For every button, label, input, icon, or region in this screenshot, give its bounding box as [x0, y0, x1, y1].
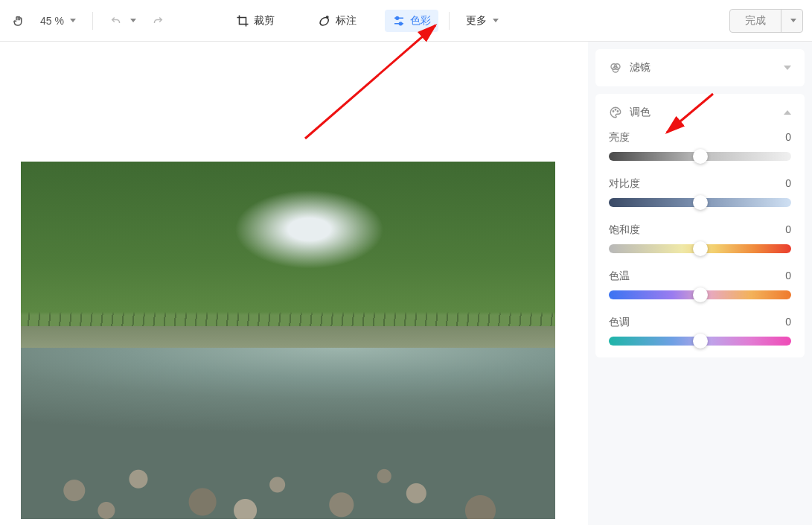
- svg-point-9: [617, 111, 618, 112]
- right-sidebar: 滤镜 调色 亮度0对比度0饱和度0色温0色调0: [588, 42, 812, 525]
- more-dropdown[interactable]: 更多: [460, 10, 505, 32]
- color-button[interactable]: 色彩: [385, 10, 438, 32]
- undo-icon: [109, 14, 123, 28]
- slider-label: 对比度: [609, 177, 640, 191]
- slider-row: 亮度0: [609, 131, 791, 161]
- done-button[interactable]: 完成: [730, 10, 781, 32]
- top-toolbar: 45 % 裁剪 标注 色彩 更多: [0, 0, 812, 42]
- slider-1[interactable]: [609, 198, 791, 207]
- image-preview[interactable]: [21, 162, 555, 519]
- chevron-down-icon: [784, 66, 791, 70]
- slider-2[interactable]: [609, 244, 791, 253]
- slider-row: 色调0: [609, 316, 791, 346]
- svg-point-0: [327, 16, 328, 17]
- filters-icon: [609, 61, 622, 74]
- main-area: 滤镜 调色 亮度0对比度0饱和度0色温0色调0: [0, 42, 812, 525]
- slider-value: 0: [785, 316, 791, 329]
- slider-value: 0: [785, 223, 791, 237]
- slider-label: 色调: [609, 316, 630, 329]
- adjust-panel-header[interactable]: 调色: [609, 106, 791, 119]
- slider-value: 0: [785, 177, 791, 191]
- filters-title: 滤镜: [630, 61, 776, 74]
- slider-thumb[interactable]: [693, 149, 708, 164]
- done-button-group: 完成: [729, 9, 803, 33]
- undo-button[interactable]: [103, 10, 142, 32]
- filters-panel-header[interactable]: 滤镜: [609, 61, 791, 74]
- adjust-panel: 调色 亮度0对比度0饱和度0色温0色调0: [595, 94, 805, 357]
- svg-point-1: [396, 16, 399, 19]
- slider-row: 色温0: [609, 270, 791, 299]
- chevron-down-icon: [790, 19, 796, 22]
- palette-icon: [609, 106, 622, 119]
- slider-row: 饱和度0: [609, 223, 791, 253]
- canvas-area: [0, 42, 588, 525]
- slider-thumb[interactable]: [693, 195, 708, 210]
- crop-icon: [236, 14, 249, 28]
- color-label: 色彩: [410, 14, 431, 28]
- chevron-up-icon: [784, 110, 791, 115]
- hand-icon: [12, 14, 25, 28]
- slider-thumb[interactable]: [693, 334, 708, 349]
- chevron-down-icon: [493, 19, 499, 22]
- chevron-down-icon: [130, 19, 136, 22]
- svg-point-8: [615, 109, 616, 111]
- slider-3[interactable]: [609, 290, 791, 299]
- adjust-title: 调色: [630, 106, 776, 119]
- slider-value: 0: [785, 270, 791, 283]
- redo-icon: [151, 14, 164, 28]
- more-label: 更多: [466, 14, 487, 28]
- crop-label: 裁剪: [254, 14, 275, 28]
- annotate-icon: [318, 14, 331, 28]
- adjust-sliders: 亮度0对比度0饱和度0色温0色调0: [609, 131, 791, 346]
- slider-label: 饱和度: [609, 223, 640, 237]
- slider-value: 0: [785, 131, 791, 144]
- color-sliders-icon: [392, 14, 406, 28]
- slider-0[interactable]: [609, 152, 791, 161]
- slider-4[interactable]: [609, 337, 791, 346]
- zoom-dropdown[interactable]: 45 %: [34, 12, 82, 30]
- slider-row: 对比度0: [609, 177, 791, 207]
- annotate-button[interactable]: 标注: [310, 10, 364, 32]
- separator: [449, 12, 450, 30]
- slider-label: 色温: [609, 270, 630, 283]
- slider-label: 亮度: [609, 131, 630, 144]
- chevron-down-icon: [70, 19, 76, 22]
- hand-tool-button[interactable]: [6, 10, 31, 32]
- separator: [92, 12, 93, 30]
- annotate-label: 标注: [336, 14, 357, 28]
- crop-button[interactable]: 裁剪: [228, 10, 282, 32]
- redo-button[interactable]: [145, 10, 170, 32]
- slider-thumb[interactable]: [693, 287, 708, 302]
- filters-panel: 滤镜: [595, 49, 805, 86]
- slider-thumb[interactable]: [693, 241, 708, 256]
- zoom-value: 45 %: [40, 15, 64, 27]
- done-label: 完成: [745, 14, 766, 26]
- svg-line-3: [305, 25, 435, 139]
- svg-point-2: [399, 22, 402, 25]
- done-dropdown[interactable]: [781, 10, 802, 32]
- svg-point-7: [613, 111, 614, 112]
